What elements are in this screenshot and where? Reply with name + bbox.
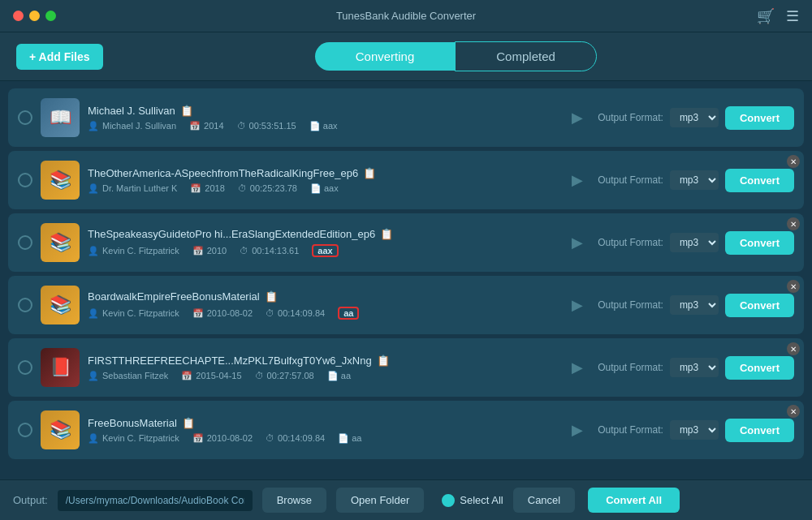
output-path-input[interactable] <box>58 490 253 511</box>
clock-icon: ⏱ <box>240 246 248 256</box>
format-select[interactable]: mp3 aac flac <box>670 420 719 440</box>
select-all-radio[interactable] <box>442 494 455 507</box>
format-text: 📄 aa <box>338 433 361 444</box>
play-button[interactable]: ▶ <box>565 421 590 439</box>
open-folder-button[interactable]: Open Folder <box>336 488 424 513</box>
output-format-section: Output Format: mp3 aac flac Convert <box>598 294 794 317</box>
file-info: Michael J. Sullivan 📋 👤 Michael J. Sulli… <box>88 105 557 131</box>
file-name: Michael J. Sullivan 📋 <box>88 105 557 117</box>
calendar-icon: 📅 <box>192 433 204 444</box>
window-controls <box>13 11 56 21</box>
year-meta: 📅 2018 <box>190 183 224 194</box>
file-meta: 👤 Kevin C. Fitzpatrick 📅 2010-08-02 ⏱ 00… <box>88 433 557 444</box>
convert-button[interactable]: Convert <box>725 231 794 255</box>
file-name: BoardwalkEmpireFreeBonusMaterial 📋 <box>88 290 557 303</box>
file-row: ✕ 📚 TheOtherAmerica-ASpeechfromTheRadica… <box>8 151 804 209</box>
close-file-button[interactable]: ✕ <box>787 405 800 418</box>
duration-meta: ⏱ 00:14:13.61 <box>240 246 299 256</box>
clock-icon: ⏱ <box>238 183 247 193</box>
play-button[interactable]: ▶ <box>565 171 590 189</box>
browse-button[interactable]: Browse <box>262 488 326 513</box>
add-files-button[interactable]: + Add Files <box>16 44 103 70</box>
file-checkbox[interactable] <box>18 298 32 312</box>
play-button[interactable]: ▶ <box>565 296 590 314</box>
file-checkbox[interactable] <box>18 360 32 375</box>
cancel-button[interactable]: Cancel <box>513 488 575 513</box>
format-select[interactable]: mp3 aac flac <box>670 170 719 190</box>
tab-completed[interactable]: Completed <box>455 41 597 71</box>
toolbar: + Add Files Converting Completed <box>0 32 812 81</box>
copy-icon[interactable]: 📋 <box>377 355 390 367</box>
author-icon: 👤 <box>88 121 99 131</box>
format-select[interactable]: mp3 aac flac <box>670 295 719 315</box>
author-icon: 👤 <box>88 433 99 444</box>
convert-all-button[interactable]: Convert All <box>588 488 680 513</box>
menu-icon[interactable]: ☰ <box>786 7 799 25</box>
calendar-icon: 📅 <box>192 308 204 319</box>
output-format-label: Output Format: <box>598 237 663 248</box>
output-format-label: Output Format: <box>598 112 663 123</box>
select-all-label[interactable]: Select All <box>460 494 503 506</box>
bottom-bar: Output: Browse Open Folder Select All Ca… <box>0 479 812 520</box>
file-meta: 👤 Michael J. Sullivan 📅 2014 ⏱ 00:53:51.… <box>88 121 557 131</box>
format-select[interactable]: mp3 aac flac <box>670 358 719 377</box>
file-info: FreeBonusMaterial 📋 👤 Kevin C. Fitzpatri… <box>88 417 557 444</box>
calendar-icon: 📅 <box>181 371 192 381</box>
year-meta: 📅 2010 <box>192 246 227 256</box>
copy-icon[interactable]: 📋 <box>265 290 278 303</box>
convert-button[interactable]: Convert <box>725 294 794 317</box>
author-meta: 👤 Kevin C. Fitzpatrick <box>88 433 179 444</box>
play-button[interactable]: ▶ <box>565 359 590 376</box>
duration-meta: ⏱ 00:25:23.78 <box>238 183 297 193</box>
file-thumbnail: 📚 <box>41 161 80 200</box>
output-format-section: Output Format: mp3 aac flac Convert <box>598 231 794 255</box>
file-row: ✕ 📚 FreeBonusMaterial 📋 👤 Kevin C. Fitzp… <box>8 401 804 459</box>
output-label: Output: <box>13 494 48 506</box>
file-checkbox[interactable] <box>18 110 32 125</box>
play-button[interactable]: ▶ <box>565 234 590 251</box>
duration-meta: ⏱ 00:14:09.84 <box>266 308 325 318</box>
play-button[interactable]: ▶ <box>565 109 590 127</box>
calendar-icon: 📅 <box>192 246 204 256</box>
copy-icon[interactable]: 📋 <box>182 417 195 429</box>
file-checkbox[interactable] <box>18 423 32 437</box>
file-checkbox[interactable] <box>18 173 32 187</box>
title-bar-actions: 🛒 ☰ <box>757 7 799 25</box>
minimize-window-button[interactable] <box>29 11 40 21</box>
cart-icon[interactable]: 🛒 <box>757 7 775 25</box>
close-file-button[interactable]: ✕ <box>787 155 800 168</box>
close-file-button[interactable]: ✕ <box>787 280 800 293</box>
convert-button[interactable]: Convert <box>725 106 794 130</box>
close-file-button[interactable]: ✕ <box>787 342 800 355</box>
convert-button[interactable]: Convert <box>725 356 794 380</box>
tab-converting[interactable]: Converting <box>315 42 456 71</box>
clock-icon: ⏱ <box>255 371 264 380</box>
copy-icon[interactable]: 📋 <box>363 167 376 179</box>
author-meta: 👤 Sebastian Fitzek <box>88 371 168 381</box>
convert-button[interactable]: Convert <box>725 169 794 192</box>
output-format-label: Output Format: <box>598 424 663 436</box>
file-name: TheOtherAmerica-ASpeechfromTheRadicalKin… <box>88 167 557 179</box>
output-format-section: Output Format: mp3 aac flac Convert <box>598 106 794 130</box>
close-window-button[interactable] <box>13 11 24 21</box>
convert-button[interactable]: Convert <box>725 419 794 442</box>
duration-meta: ⏱ 00:53:51.15 <box>237 121 296 131</box>
copy-icon[interactable]: 📋 <box>180 105 193 117</box>
author-meta: 👤 Michael J. Sullivan <box>88 121 176 131</box>
file-thumbnail: 📖 <box>41 98 80 137</box>
format-select[interactable]: mp3 aac flac <box>670 108 719 127</box>
maximize-window-button[interactable] <box>45 11 56 21</box>
file-info: TheSpeakeasyGuidetoPro hi...EraSlangExte… <box>88 228 557 257</box>
calendar-icon: 📅 <box>190 183 201 194</box>
file-checkbox[interactable] <box>18 235 32 250</box>
format-text: 📄 aax <box>310 183 339 194</box>
close-file-button[interactable]: ✕ <box>787 217 800 230</box>
copy-icon[interactable]: 📋 <box>380 228 393 240</box>
year-meta: 📅 2010-08-02 <box>192 308 253 319</box>
file-info: TheOtherAmerica-ASpeechfromTheRadicalKin… <box>88 167 557 194</box>
format-text: 📄 aax <box>309 121 338 131</box>
clock-icon: ⏱ <box>237 121 246 131</box>
format-select[interactable]: mp3 aac flac <box>670 233 719 252</box>
file-info: BoardwalkEmpireFreeBonusMaterial 📋 👤 Kev… <box>88 290 557 320</box>
year-meta: 📅 2014 <box>189 121 223 131</box>
